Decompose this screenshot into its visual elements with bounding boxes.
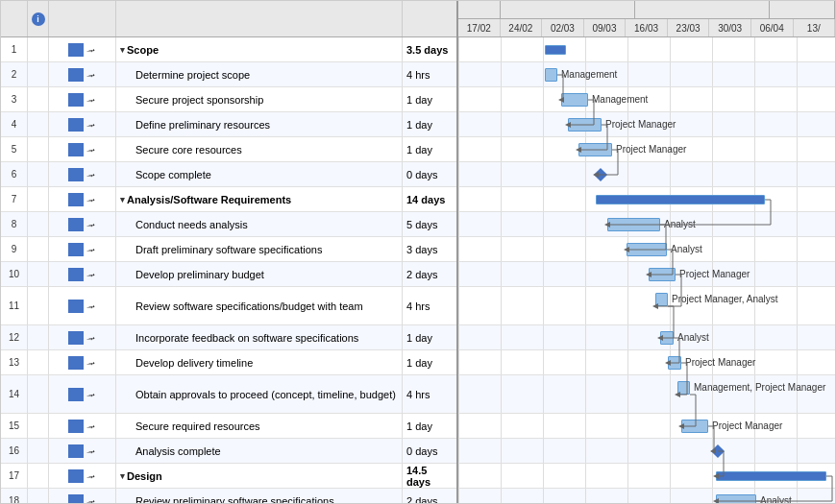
task-row[interactable]: 12→Incorporate feedback on software spec… <box>1 325 456 350</box>
week-label: 23/03 <box>668 19 710 37</box>
mode-icon-wrapper: → <box>68 494 97 504</box>
mode-icon-wrapper: → <box>68 243 97 256</box>
task-row[interactable]: 10→Develop preliminary budget2 days <box>1 262 456 287</box>
row-mode: → <box>49 439 116 464</box>
task-name-text: Analysis complete <box>135 445 221 457</box>
grid-line <box>797 375 798 413</box>
gantt-bar-label: Analyst <box>671 244 702 254</box>
grid-line <box>501 325 502 349</box>
grid-line <box>458 87 459 111</box>
task-mode-icon <box>68 93 84 107</box>
summary-gantt-bar <box>716 471 826 481</box>
task-row[interactable]: 4→Define preliminary resources1 day <box>1 112 456 137</box>
task-duration: 3.5 days <box>403 37 456 62</box>
grid-line <box>670 414 671 438</box>
task-row[interactable]: 18→Review preliminary software specifica… <box>1 489 456 503</box>
grid-line <box>627 262 628 286</box>
task-gantt-bar <box>668 356 681 370</box>
gantt-body: ManagementManagementProject ManagerProje… <box>458 37 835 503</box>
task-row[interactable]: 11→Review software specifications/budget… <box>1 287 456 325</box>
row-info <box>28 87 49 112</box>
grid-line <box>458 62 459 86</box>
grid-line <box>543 414 544 438</box>
gantt-bar-label: Project Manager <box>685 357 755 368</box>
task-row[interactable]: 3→Secure project sponsorship1 day <box>1 87 456 112</box>
task-row[interactable]: 15→Secure required resources1 day <box>1 414 456 439</box>
collapse-arrow-icon[interactable]: ▾ <box>120 195 125 204</box>
grid-line <box>797 137 798 161</box>
task-row[interactable]: 5→Secure core resources1 day <box>1 137 456 162</box>
grid-line <box>501 375 502 413</box>
row-info <box>28 137 49 162</box>
left-panel: i 1→▾ Scope3.5 days2→Determine project s… <box>1 1 458 503</box>
grid-line <box>585 287 586 324</box>
grid-line <box>458 439 459 463</box>
task-name: Determine project scope <box>116 62 403 87</box>
row-info <box>28 325 49 350</box>
row-info <box>28 287 49 325</box>
collapse-arrow-icon[interactable]: ▾ <box>120 45 125 55</box>
task-row[interactable]: 7→▾ Analysis/Software Requirements14 day… <box>1 187 456 212</box>
task-row[interactable]: 17→▾ Design14.5 days <box>1 464 456 489</box>
grid-line <box>585 325 586 349</box>
task-mode-icon <box>68 143 84 156</box>
task-row[interactable]: 14→Obtain approvals to proceed (concept,… <box>1 375 456 414</box>
grid-line <box>797 62 798 86</box>
grid-line <box>627 325 628 349</box>
col-duration-header <box>403 1 456 36</box>
task-mode-icon <box>68 331 84 345</box>
mode-icon-wrapper: → <box>68 444 97 458</box>
task-name-text: Scope complete <box>135 169 211 180</box>
task-name: Develop preliminary budget <box>116 262 403 287</box>
gantt-row <box>458 464 835 489</box>
task-row[interactable]: 13→Develop delivery timeline1 day <box>1 350 456 375</box>
blank-month <box>458 1 501 18</box>
row-number: 14 <box>1 375 28 414</box>
gantt-bar-label: Project Manager <box>616 144 686 155</box>
task-row[interactable]: 6→Scope complete0 days <box>1 162 456 187</box>
grid-line <box>501 112 502 136</box>
grid-line <box>585 464 586 488</box>
gantt-bar-label: Management <box>561 69 617 80</box>
header-row: i <box>1 1 456 37</box>
week-label: 06/04 <box>751 19 794 37</box>
row-number: 1 <box>1 37 28 62</box>
col-mode-header <box>49 1 116 36</box>
row-number: 8 <box>1 212 28 237</box>
task-mode-icon <box>68 420 84 433</box>
task-row[interactable]: 8→Conduct needs analysis5 days <box>1 212 456 237</box>
task-row[interactable]: 16→Analysis complete0 days <box>1 439 456 464</box>
task-name-text: Develop delivery timeline <box>135 357 253 369</box>
row-number: 15 <box>1 414 28 439</box>
week-label: 17/02 <box>458 19 501 37</box>
task-mode-icon <box>68 243 84 256</box>
gantt-bar-label: Project Manager, Analyst <box>672 294 778 304</box>
grid-line <box>501 489 502 503</box>
task-duration: 4 hrs <box>403 62 456 87</box>
task-row[interactable]: 2→Determine project scope4 hrs <box>1 62 456 87</box>
task-row[interactable]: 9→Draft preliminary software specificati… <box>1 237 456 262</box>
gantt-row <box>458 187 835 212</box>
row-info <box>28 187 49 212</box>
collapse-arrow-icon[interactable]: ▾ <box>120 471 125 481</box>
task-name-text: Design <box>127 470 162 482</box>
grid-line <box>501 137 502 161</box>
task-duration: 1 day <box>403 137 456 162</box>
task-gantt-bar <box>655 293 668 306</box>
mode-icon-wrapper: → <box>68 93 97 107</box>
task-row[interactable]: 1→▾ Scope3.5 days <box>1 37 456 62</box>
row-info <box>28 237 49 262</box>
grid-line <box>797 439 798 463</box>
extra-month <box>770 1 835 18</box>
grid-line <box>627 62 628 86</box>
grid-line <box>712 325 713 349</box>
grid-line <box>754 237 755 261</box>
gantt-bar-label: Analyst <box>760 495 792 503</box>
gantt-row: Analyst <box>458 325 835 350</box>
grid-line <box>754 262 755 286</box>
row-mode: → <box>49 137 116 162</box>
milestone-diamond <box>594 168 607 181</box>
grid-line <box>585 162 586 186</box>
col-info-header: i <box>28 1 49 36</box>
grid-line <box>543 439 544 463</box>
